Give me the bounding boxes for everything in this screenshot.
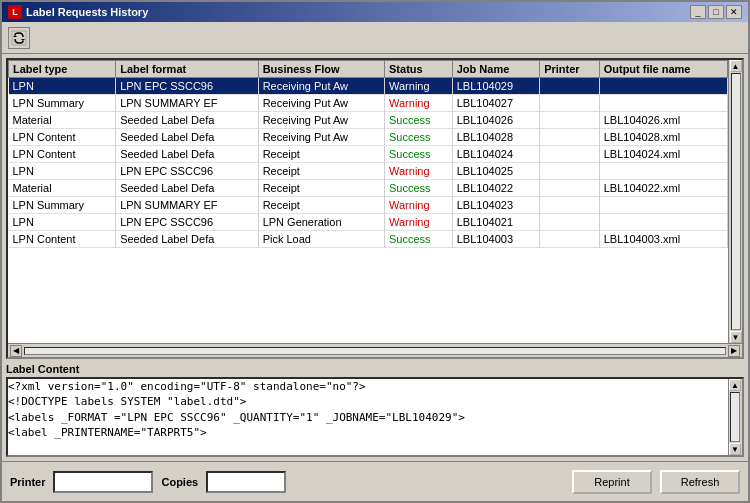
label-content-box: <?xml version="1.0" encoding="UTF-8" sta… xyxy=(6,377,744,457)
minimize-button[interactable]: _ xyxy=(690,5,706,19)
table-row[interactable]: LPNLPN EPC SSCC96Receiving Put AwWarning… xyxy=(9,78,728,95)
table-row[interactable]: LPN SummaryLPN SUMMARY EFReceiving Put A… xyxy=(9,95,728,112)
scroll-right-btn[interactable]: ▶ xyxy=(728,345,740,357)
table-cell: Receiving Put Aw xyxy=(258,95,384,112)
table-hscrollbar[interactable]: ◀ ▶ xyxy=(8,343,742,357)
table-cell: LPN Generation xyxy=(258,214,384,231)
hscroll-track xyxy=(24,347,726,355)
table-cell: Receiving Put Aw xyxy=(258,78,384,95)
table-cell: LPN EPC SSCC96 xyxy=(116,214,258,231)
label-line-1: <?xml version="1.0" encoding="UTF-8" sta… xyxy=(8,379,728,394)
footer: Printer Copies Reprint Refresh xyxy=(2,461,748,501)
refresh-icon-svg xyxy=(11,30,27,46)
title-bar-left: L Label Requests History xyxy=(8,5,148,19)
table-cell: Seeded Label Defa xyxy=(116,180,258,197)
table-cell: Pick Load xyxy=(258,231,384,248)
table-cell: Success xyxy=(385,146,453,163)
table-row[interactable]: LPNLPN EPC SSCC96ReceiptWarningLBL104025 xyxy=(9,163,728,180)
col-status: Status xyxy=(385,61,453,78)
refresh-button[interactable]: Refresh xyxy=(660,470,740,494)
col-output-file: Output file name xyxy=(599,61,727,78)
scroll-down-btn[interactable]: ▼ xyxy=(730,331,742,343)
printer-input[interactable] xyxy=(53,471,153,493)
table-cell: LBL104024.xml xyxy=(599,146,727,163)
table-cell: LBL104027 xyxy=(452,95,539,112)
table-cell xyxy=(540,129,600,146)
table-cell: LPN Content xyxy=(9,146,116,163)
table-cell xyxy=(599,95,727,112)
col-job-name: Job Name xyxy=(452,61,539,78)
table-cell: LPN EPC SSCC96 xyxy=(116,163,258,180)
table-row[interactable]: LPN ContentSeeded Label DefaReceiving Pu… xyxy=(9,129,728,146)
table-cell xyxy=(540,146,600,163)
table-cell: LBL104021 xyxy=(452,214,539,231)
table-cell: Seeded Label Defa xyxy=(116,129,258,146)
table-cell: Receipt xyxy=(258,197,384,214)
table-cell: Receiving Put Aw xyxy=(258,129,384,146)
table-scroll[interactable]: Label type Label format Business Flow St… xyxy=(8,60,728,343)
reprint-button[interactable]: Reprint xyxy=(572,470,652,494)
scroll-track xyxy=(731,73,741,330)
label-line-3: <labels _FORMAT ="LPN EPC SSCC96" _QUANT… xyxy=(8,410,728,425)
table-cell: Material xyxy=(9,180,116,197)
copies-label: Copies xyxy=(161,476,198,488)
table-row[interactable]: LPNLPN EPC SSCC96LPN GenerationWarningLB… xyxy=(9,214,728,231)
table-cell: Seeded Label Defa xyxy=(116,146,258,163)
table-cell: Success xyxy=(385,180,453,197)
table-cell: Warning xyxy=(385,197,453,214)
table-cell: LPN Summary xyxy=(9,95,116,112)
table-row[interactable]: MaterialSeeded Label DefaReceiving Put A… xyxy=(9,112,728,129)
table-cell: LBL104026.xml xyxy=(599,112,727,129)
table-cell: Success xyxy=(385,231,453,248)
col-label-type: Label type xyxy=(9,61,116,78)
col-printer: Printer xyxy=(540,61,600,78)
table-cell xyxy=(540,197,600,214)
table-cell: LBL104022 xyxy=(452,180,539,197)
label-content-scrollbar[interactable]: ▲ ▼ xyxy=(728,379,742,455)
table-cell xyxy=(540,78,600,95)
scroll-up-btn[interactable]: ▲ xyxy=(730,60,742,72)
table-row[interactable]: LPN SummaryLPN SUMMARY EFReceiptWarningL… xyxy=(9,197,728,214)
table-cell: Warning xyxy=(385,163,453,180)
label-content-title: Label Content xyxy=(6,363,744,375)
table-cell xyxy=(540,214,600,231)
table-cell xyxy=(540,163,600,180)
table-header-row: Label type Label format Business Flow St… xyxy=(9,61,728,78)
table-container: Label type Label format Business Flow St… xyxy=(6,58,744,359)
printer-label: Printer xyxy=(10,476,45,488)
table-cell: LPN xyxy=(9,78,116,95)
label-line-2: <!DOCTYPE labels SYSTEM "label.dtd"> xyxy=(8,394,728,409)
table-cell: LBL104024 xyxy=(452,146,539,163)
window-icon: L xyxy=(8,5,22,19)
label-content-text: <?xml version="1.0" encoding="UTF-8" sta… xyxy=(8,379,728,455)
table-cell: LPN xyxy=(9,163,116,180)
table-scrollbar[interactable]: ▲ ▼ xyxy=(728,60,742,343)
table-cell: LPN SUMMARY EF xyxy=(116,95,258,112)
col-business-flow: Business Flow xyxy=(258,61,384,78)
title-buttons: _ □ ✕ xyxy=(690,5,742,19)
table-cell: LBL104003 xyxy=(452,231,539,248)
table-row[interactable]: LPN ContentSeeded Label DefaPick LoadSuc… xyxy=(9,231,728,248)
table-cell xyxy=(540,112,600,129)
scroll-left-btn[interactable]: ◀ xyxy=(10,345,22,357)
table-cell: Success xyxy=(385,129,453,146)
table-row[interactable]: MaterialSeeded Label DefaReceiptSuccessL… xyxy=(9,180,728,197)
label-scroll-down[interactable]: ▼ xyxy=(729,443,741,455)
table-wrapper: Label type Label format Business Flow St… xyxy=(8,60,742,343)
table-cell xyxy=(599,163,727,180)
label-scroll-track xyxy=(730,392,740,442)
table-cell: Warning xyxy=(385,95,453,112)
label-scroll-up[interactable]: ▲ xyxy=(729,379,741,391)
table-cell: LBL104026 xyxy=(452,112,539,129)
close-button[interactable]: ✕ xyxy=(726,5,742,19)
data-table: Label type Label format Business Flow St… xyxy=(8,60,728,248)
copies-input[interactable] xyxy=(206,471,286,493)
table-cell: LPN Content xyxy=(9,231,116,248)
table-row[interactable]: LPN ContentSeeded Label DefaReceiptSucce… xyxy=(9,146,728,163)
toolbar-refresh-icon[interactable] xyxy=(8,27,30,49)
maximize-button[interactable]: □ xyxy=(708,5,724,19)
table-cell: Seeded Label Defa xyxy=(116,231,258,248)
window-title: Label Requests History xyxy=(26,6,148,18)
table-cell: Receipt xyxy=(258,163,384,180)
table-cell: Success xyxy=(385,112,453,129)
